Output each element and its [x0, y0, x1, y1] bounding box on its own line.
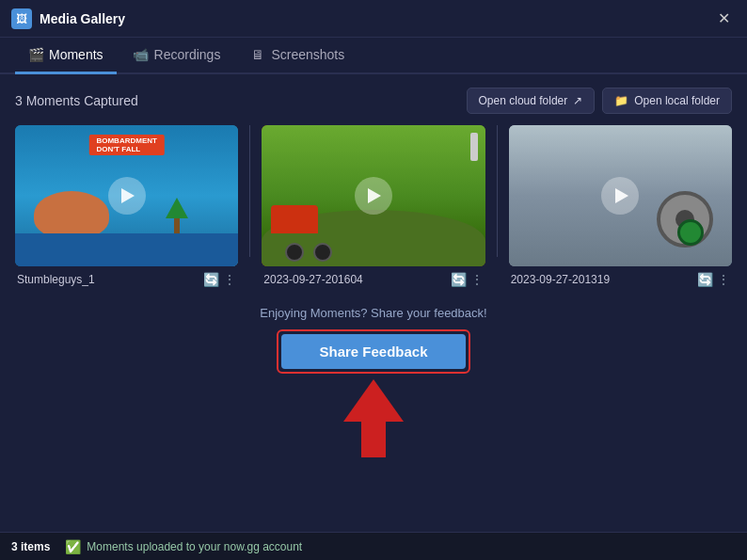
tab-screenshots[interactable]: 🖥 Screenshots [237, 38, 358, 74]
upload-status-text: Moments uploaded to your now.gg account [87, 540, 302, 553]
check-icon: ✅ [65, 539, 81, 554]
tree-decor [166, 198, 188, 233]
meta-row-2: 2023-09-27-201604 🔄 ⋮ [262, 266, 485, 293]
close-button[interactable]: ✕ [712, 8, 736, 29]
open-local-folder-button[interactable]: 📁 Open local folder [602, 88, 732, 114]
recordings-tab-icon: 📹 [134, 47, 149, 62]
sync-icon-3[interactable]: 🔄 [697, 272, 713, 287]
divider-1 [249, 125, 250, 257]
green-button-decor [677, 219, 704, 246]
play-triangle-1 [121, 188, 135, 203]
title-bar-left: 🖼 Media Gallery [11, 8, 125, 29]
thumb-image-3[interactable] [509, 125, 732, 266]
screenshots-tab-icon: 🖥 [250, 47, 265, 62]
feedback-section: Enjoying Moments? Share your feedback! S… [15, 306, 732, 374]
play-button-1[interactable] [108, 177, 146, 215]
header-buttons: Open cloud folder ↗ 📁 Open local folder [467, 88, 732, 114]
tree-top [166, 198, 188, 218]
tab-moments[interactable]: 🎬 Moments [15, 38, 117, 74]
more-icon-2[interactable]: ⋮ [470, 272, 484, 287]
more-icon-1[interactable]: ⋮ [223, 272, 236, 287]
sync-icon-2[interactable]: 🔄 [451, 272, 467, 287]
tab-screenshots-label: Screenshots [271, 47, 344, 62]
more-icon-3[interactable]: ⋮ [717, 272, 730, 287]
tabs-bar: 🎬 Moments 📹 Recordings 🖥 Screenshots [0, 38, 747, 74]
divider-2 [497, 125, 498, 257]
open-cloud-folder-button[interactable]: Open cloud folder ↗ [467, 88, 596, 114]
meta-row-3: 2023-09-27-201319 🔄 ⋮ [509, 266, 732, 293]
cloud-folder-label: Open cloud folder [479, 94, 568, 107]
thumbnail-2: 2023-09-27-201604 🔄 ⋮ [262, 125, 485, 293]
meta-icons-3: 🔄 ⋮ [697, 272, 730, 287]
play-triangle-2 [368, 188, 381, 203]
main-content: 3 Moments Captured Open cloud folder ↗ 📁… [0, 74, 747, 471]
play-button-2[interactable] [355, 177, 392, 215]
moments-tab-icon: 🎬 [28, 47, 43, 62]
local-folder-label: Open local folder [634, 94, 720, 107]
island-decor [34, 191, 109, 238]
water-decor [15, 233, 238, 266]
sync-icon-1[interactable]: 🔄 [203, 272, 219, 287]
arrow-graphic [343, 379, 404, 457]
game-banner: BOMBARDMENTDON'T FALL [88, 135, 164, 155]
status-upload: ✅ Moments uploaded to your now.gg accoun… [65, 539, 302, 554]
folder-icon: 📁 [614, 94, 628, 107]
arrow-head [343, 379, 404, 422]
header-row: 3 Moments Captured Open cloud folder ↗ 📁… [15, 88, 732, 114]
title-bar: 🖼 Media Gallery ✕ [0, 0, 747, 38]
thumbnail-1: BOMBARDMENTDON'T FALL Stumbleguys_1 🔄 ⋮ [15, 125, 238, 293]
thumb-name-2: 2023-09-27-201604 [263, 273, 450, 286]
external-link-icon: ↗ [573, 94, 582, 107]
app-icon: 🖼 [11, 8, 32, 29]
thumbnails-grid: BOMBARDMENTDON'T FALL Stumbleguys_1 🔄 ⋮ [15, 125, 732, 293]
dash-decor [470, 133, 478, 161]
window-title: Media Gallery [40, 11, 125, 26]
status-bar: 3 items ✅ Moments uploaded to your now.g… [0, 532, 747, 560]
thumb-image-2[interactable] [262, 125, 485, 266]
feedback-button-wrapper: Share Feedback [277, 329, 469, 374]
moments-count: 3 Moments Captured [15, 93, 138, 108]
arrow-shaft [361, 422, 386, 457]
car-decor [271, 205, 318, 233]
share-feedback-button[interactable]: Share Feedback [281, 334, 465, 369]
thumbnail-3: 2023-09-27-201319 🔄 ⋮ [509, 125, 732, 293]
play-button-3[interactable] [601, 177, 639, 215]
tab-recordings[interactable]: 📹 Recordings [120, 38, 234, 74]
thumb-name-1: Stumbleguys_1 [17, 273, 203, 286]
tree-trunk [174, 218, 180, 233]
tab-moments-label: Moments [49, 47, 103, 62]
feedback-prompt: Enjoying Moments? Share your feedback! [15, 306, 732, 320]
meta-icons-1: 🔄 ⋮ [203, 272, 236, 287]
status-items-count: 3 items [11, 540, 50, 553]
play-triangle-3 [615, 188, 628, 203]
tab-recordings-label: Recordings [154, 47, 221, 62]
meta-icons-2: 🔄 ⋮ [451, 272, 484, 287]
arrow-container [15, 379, 732, 457]
thumb-image-1[interactable]: BOMBARDMENTDON'T FALL [15, 125, 238, 266]
thumb-name-3: 2023-09-27-201319 [511, 273, 697, 286]
meta-row-1: Stumbleguys_1 🔄 ⋮ [15, 266, 238, 293]
